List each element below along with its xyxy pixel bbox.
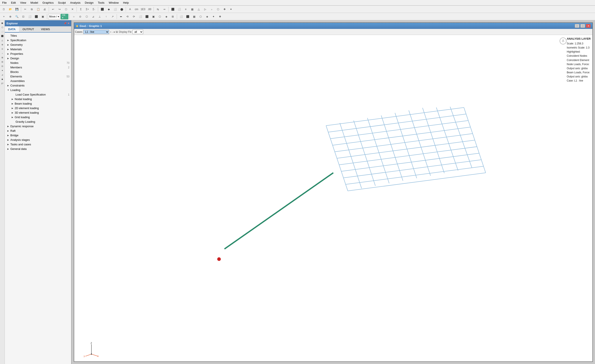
tb-sum2[interactable]: Σ+ — [84, 7, 90, 12]
tb2-icon23[interactable]: ✦ — [211, 14, 217, 19]
tb-print[interactable]: 🖨 — [42, 7, 48, 12]
tab-output[interactable]: OUTPUT — [19, 26, 37, 33]
menu-tools[interactable]: Tools — [97, 1, 105, 5]
menu-edit[interactable]: Edit — [10, 1, 17, 5]
menu-sculpt[interactable]: Sculpt — [57, 1, 67, 5]
tb-beam[interactable]: ⬛ — [99, 7, 105, 12]
sidebar-icon-3[interactable]: ⬜ — [0, 30, 4, 34]
tb-icon8[interactable]: ⬡ — [215, 7, 221, 12]
sidebar-icon-12[interactable]: ✦ — [0, 69, 4, 72]
menu-file[interactable]: File — [1, 1, 7, 5]
tb-new[interactable]: 🗋 — [1, 7, 7, 12]
tree-nodes[interactable]: Nodes 70 — [5, 61, 71, 65]
graphic-viewport[interactable]: A — [74, 35, 592, 361]
tree-gravity-loading[interactable]: Gravity Loading — [5, 119, 71, 124]
tree-load-case-spec[interactable]: Load Case Specification 1 — [5, 92, 71, 97]
tb-icon2[interactable]: ⬜ — [176, 7, 182, 12]
tree-dynamic-response[interactable]: ▶ Dynamic response — [5, 124, 71, 128]
tree-loading[interactable]: ▼ Loading — [5, 88, 71, 92]
sidebar-icon-13[interactable]: ⊿ — [0, 73, 4, 77]
cases-select[interactable]: L1 - live — [83, 30, 109, 34]
tb-redo[interactable]: ↪ — [57, 7, 63, 12]
tree-2d-element-loading[interactable]: ▶ 2D element loading — [5, 106, 71, 110]
tree-materials[interactable]: ▶ Materials — [5, 47, 71, 52]
tb2-icon12[interactable]: ⬜ — [137, 14, 143, 19]
tree-titles[interactable]: Titles — [5, 33, 71, 38]
menu-design[interactable]: Design — [84, 1, 94, 5]
tb2-icon19[interactable]: ⬛ — [184, 14, 191, 19]
sidebar-icon-2[interactable]: ⬡ — [0, 25, 4, 29]
tb2-icon2[interactable]: ⬛ — [33, 14, 39, 19]
move-dropdown[interactable]: Move / ▾ — [48, 14, 60, 19]
menu-view[interactable]: View — [19, 1, 27, 5]
tree-bridge[interactable]: ▶ Bridge — [5, 133, 71, 138]
tb-dim[interactable]: cm — [134, 7, 140, 12]
tree-design[interactable]: ▶ Design — [5, 56, 71, 61]
sidebar-icon-7[interactable]: ⊙ — [0, 47, 4, 51]
tb2-icon6[interactable]: ⊥ — [97, 14, 103, 19]
tb2-icon16[interactable]: ◈ — [163, 14, 169, 19]
sidebar-icon-14[interactable]: ◆ — [0, 77, 4, 81]
tb-paste[interactable]: 📋 — [35, 7, 41, 12]
sidebar-icon-10[interactable]: ⊟ — [0, 60, 4, 64]
tree-properties[interactable]: ▶ Properties — [5, 52, 71, 56]
tab-data[interactable]: DATA — [5, 26, 19, 33]
tb-node[interactable]: ◆ — [106, 7, 112, 12]
sidebar-icon-15[interactable]: 27 — [0, 82, 4, 85]
tree-elements[interactable]: Elements 53 — [5, 74, 71, 79]
tb2-icon11[interactable]: ⟳ — [131, 14, 137, 19]
tb-text[interactable]: A — [127, 7, 133, 12]
tb-section[interactable]: ⬤ — [119, 7, 125, 12]
tb2-icon10[interactable]: ⟲ — [124, 14, 130, 19]
tb2-icon22[interactable]: ◈ — [204, 14, 210, 19]
menu-analysis[interactable]: Analysis — [69, 1, 81, 5]
tree-nodal-loading[interactable]: ▶ Nodal loading — [5, 97, 71, 101]
tb-arr1[interactable]: ⇆ — [155, 7, 161, 12]
tree-blocks[interactable]: Blocks — [5, 70, 71, 74]
graphic-minimize-button[interactable]: ─ — [575, 24, 580, 28]
menu-graphics[interactable]: Graphics — [42, 1, 55, 5]
menu-help[interactable]: Help — [122, 1, 130, 5]
tb2-icon8[interactable]: ↗ — [110, 14, 116, 19]
tab-views[interactable]: VIEWS — [37, 26, 53, 33]
tb-select[interactable]: ⬡ — [63, 7, 69, 12]
tree-raft[interactable]: ▶ Raft — [5, 128, 71, 133]
tb2-icon17[interactable]: ⊞ — [170, 14, 176, 19]
tb2-icon1[interactable]: ⬜ — [27, 14, 33, 19]
sidebar-icon-11[interactable]: ⊡ — [0, 64, 4, 68]
tb-deselect[interactable]: ✕ — [70, 7, 76, 12]
tree-constraints[interactable]: ▶ Constraints — [5, 83, 71, 88]
tb2-icon24[interactable]: ❖ — [217, 14, 223, 19]
tb-sum[interactable]: Σ — [78, 7, 84, 12]
tb-sum3[interactable]: Σ- — [91, 7, 97, 12]
tb2-circle[interactable]: ○ — [71, 14, 77, 19]
tb-icon4[interactable]: ▦ — [189, 7, 195, 12]
sidebar-icon-4[interactable]: ⬛ — [0, 34, 4, 38]
tb-arr2[interactable]: ⇒ — [161, 7, 167, 12]
sidebar-icon-9[interactable]: ⊞ — [0, 56, 4, 60]
tree-3d-element-loading[interactable]: ▶ 3D element loading — [5, 110, 71, 115]
tree-general-data[interactable]: ▶ General data — [5, 147, 71, 151]
tree-members[interactable]: Members 2 — [5, 65, 71, 70]
tb-icon6[interactable]: ▷ — [202, 7, 208, 12]
tb-icon1[interactable]: ⬛ — [170, 7, 176, 12]
tb2-cursor[interactable]: ⊕ — [7, 14, 13, 19]
tb-open[interactable]: 📂 — [7, 7, 13, 12]
explorer-close-button[interactable]: ✕ — [68, 22, 70, 25]
tb-icon5[interactable]: △ — [196, 7, 202, 12]
display-filter-select[interactable]: all — [132, 30, 143, 34]
tb-icon7[interactable]: ⬦ — [209, 7, 215, 12]
tb2-select2[interactable]: ⊡ — [20, 14, 26, 19]
graphic-close-button[interactable]: ✕ — [586, 24, 591, 28]
tb-cut[interactable]: ✂ — [22, 7, 28, 12]
sidebar-icon-1[interactable]: ▣ — [0, 21, 4, 25]
tb-icon10[interactable]: ✦ — [228, 7, 234, 12]
tb2-add[interactable]: + — [1, 14, 7, 19]
graphic-maximize-button[interactable]: □ — [580, 24, 585, 28]
tb-load[interactable]: ⬜ — [112, 7, 118, 12]
tb2-circ2[interactable]: ⊙ — [77, 14, 83, 19]
sidebar-icon-6[interactable]: ⊕ — [0, 43, 4, 47]
tb-num1[interactable]: 1E3 — [140, 7, 146, 12]
tb2-icon5[interactable]: ⊿ — [90, 14, 96, 19]
tb-icon9[interactable]: ❖ — [221, 7, 227, 12]
